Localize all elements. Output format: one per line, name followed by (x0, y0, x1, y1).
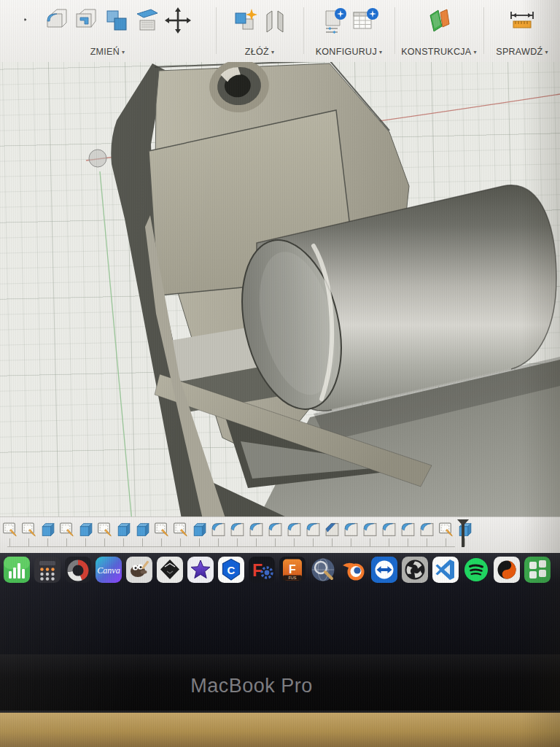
menu-konstrukcja[interactable]: KONSTRUKCJA▾ (395, 47, 483, 57)
split-body-icon[interactable] (133, 7, 161, 34)
dock-icon-calculator[interactable] (34, 556, 61, 584)
timeline-feature-sketch-icon[interactable] (20, 521, 37, 538)
timeline-feature-fillet-icon[interactable] (362, 521, 378, 538)
origin-marker[interactable] (89, 150, 106, 167)
chevron-down-icon: ▾ (271, 49, 274, 55)
chevron-down-icon: ▾ (122, 49, 125, 55)
timeline-feature-fillet-icon[interactable] (381, 521, 397, 538)
joint-icon[interactable] (261, 7, 289, 34)
dock-icon-canva[interactable]: Canva (95, 556, 122, 584)
dock-icon-inkscape[interactable] (156, 556, 184, 584)
dock-icon-spotify[interactable] (462, 556, 490, 584)
menu-sprawdz-label: SPRAWDŹ (496, 47, 542, 57)
menu-sprawdz[interactable]: SPRAWDŹ▾ (484, 47, 560, 57)
photo-of-macbook-screen: ZMIEŃ▾ ZŁÓŻ▾ KONFIGURUJ▾ K (0, 0, 560, 747)
svg-text:F: F (289, 563, 296, 576)
dock-icon-chart-green[interactable] (3, 556, 31, 584)
dock-icon-blender[interactable] (340, 556, 368, 584)
timeline-feature-extrude-icon[interactable] (115, 521, 132, 538)
timeline-feature-fillet-icon[interactable] (419, 521, 435, 538)
menu-konstrukcja-label: KONSTRUKCJA (401, 47, 471, 57)
timeline-feature-sketch-icon[interactable] (172, 521, 189, 538)
3d-scene[interactable] (0, 62, 560, 578)
timeline-feature-fillet-icon[interactable] (343, 521, 359, 538)
3d-model-hook[interactable] (111, 62, 560, 578)
bezel: MacBook Pro (0, 654, 560, 713)
dock-icon-swirl-ball[interactable] (493, 556, 521, 584)
timeline-feature-sketch-icon[interactable] (96, 521, 113, 538)
menu-konfiguruj[interactable]: KONFIGURUJ▾ (304, 47, 394, 57)
construction-plane-icon[interactable] (425, 7, 453, 34)
shell-icon[interactable] (72, 7, 100, 34)
dock-icon-gimp[interactable] (125, 556, 153, 584)
toolbar-group-configure: KONFIGURUJ▾ (304, 0, 394, 62)
dock-icon-concepts-c[interactable]: C (217, 556, 245, 584)
move-copy-icon[interactable] (164, 7, 192, 34)
desktop-dock-area: CanvaCFFFUS (0, 553, 560, 654)
dock-icon-obs-studio[interactable] (401, 556, 429, 584)
toolbar-group-modify: ZMIEŃ▾ (0, 0, 215, 62)
timeline-feature-extrude-icon[interactable] (77, 521, 94, 538)
new-component-icon[interactable] (230, 7, 258, 34)
dock-icon-imovie[interactable] (187, 556, 214, 584)
configuration-table-icon[interactable] (351, 7, 378, 34)
fusion360-window: ZMIEŃ▾ ZŁÓŻ▾ KONFIGURUJ▾ K (0, 0, 560, 654)
fusion-toolbar: ZMIEŃ▾ ZŁÓŻ▾ KONFIGURUJ▾ K (0, 0, 560, 63)
timeline-feature-sketch-icon[interactable] (1, 521, 18, 538)
press-pull-icon[interactable] (24, 7, 39, 34)
menu-konfiguruj-label: KONFIGURUJ (316, 47, 377, 57)
timeline-feature-fillet-icon[interactable] (286, 521, 303, 538)
timeline-playhead[interactable] (457, 519, 469, 547)
chevron-down-icon: ▾ (379, 49, 382, 55)
macos-dock: CanvaCFFFUS (3, 556, 551, 584)
svg-text:Canva: Canva (97, 565, 120, 576)
menu-zmien[interactable]: ZMIEŃ▾ (0, 47, 215, 57)
menu-zloz-label: ZŁÓŻ (245, 47, 269, 57)
toolbar-group-construct: KONSTRUKCJA▾ (395, 0, 483, 62)
timeline-feature-sketch-icon[interactable] (438, 521, 454, 538)
timeline-feature-extrude-icon[interactable] (39, 521, 56, 538)
toolbar-group-inspect: SPRAWDŹ▾ (484, 0, 560, 62)
chevron-down-icon: ▾ (545, 49, 548, 55)
timeline-feature-fillet-icon[interactable] (400, 521, 416, 538)
fillet-icon[interactable] (42, 7, 69, 34)
combine-icon[interactable] (103, 7, 131, 34)
timeline-feature-sketch-icon[interactable] (58, 521, 75, 538)
dock-icon-preview-magnifier[interactable] (309, 556, 337, 584)
dock-icon-teamviewer[interactable] (370, 556, 398, 584)
dock-icon-window-manager-green[interactable] (524, 556, 551, 584)
timeline-feature-sketch-icon[interactable] (153, 521, 170, 538)
timeline-feature-fillet-icon[interactable] (305, 521, 322, 538)
svg-text:C: C (228, 564, 236, 576)
timeline-feature-fillet-icon[interactable] (229, 521, 246, 538)
timeline-feature-fillet-icon[interactable] (210, 521, 227, 538)
dock-icon-vscode[interactable] (432, 556, 459, 584)
menu-zloz[interactable]: ZŁÓŻ▾ (217, 47, 303, 57)
timeline-feature-extrude-icon[interactable] (134, 521, 151, 538)
svg-text:FUS: FUS (289, 576, 297, 580)
timeline-bar (0, 516, 560, 554)
dock-icon-freecad[interactable]: F (248, 556, 276, 584)
measure-icon[interactable] (508, 7, 536, 34)
menu-zmien-label: ZMIEŃ (90, 47, 120, 57)
dock-icon-fusion-360[interactable]: FFUS (279, 556, 306, 584)
chevron-down-icon: ▾ (474, 49, 477, 55)
timeline-feature-fillet-icon[interactable] (267, 521, 284, 538)
viewport-canvas[interactable]: ▾▾▾▾▾ (0, 62, 560, 578)
configuration-icon[interactable] (320, 7, 348, 34)
desk-surface (0, 713, 560, 747)
macbook-pro-label: MacBook Pro (0, 675, 503, 697)
timeline-feature-chamfer-icon[interactable] (324, 521, 341, 538)
dock-icon-activity-donut[interactable] (64, 556, 92, 584)
timeline-track[interactable] (7, 546, 455, 547)
toolbar-group-assemble: ZŁÓŻ▾ (217, 0, 303, 62)
timeline-feature-extrude-icon[interactable] (191, 521, 208, 538)
timeline-feature-fillet-icon[interactable] (248, 521, 265, 538)
